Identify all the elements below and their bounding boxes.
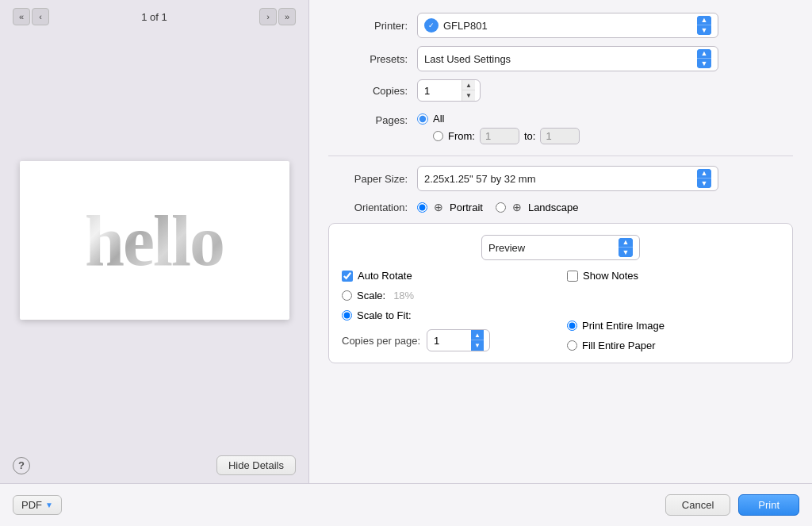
preview-stepper-up[interactable]: ▲ [619,238,633,248]
footer-right: Cancel Print [665,494,799,516]
hide-details-button[interactable]: Hide Details [216,455,296,475]
paper-size-label: Paper Size: [328,173,408,185]
first-page-button[interactable]: « [13,8,30,25]
left-bottom: ? Hide Details [0,447,308,483]
orientation-section: ⊕ Portrait ⊕ Landscape [417,199,579,215]
scale-to-fit-label[interactable]: Scale to Fit: [357,309,412,321]
printer-select-box: ✓ GFLP801 ▲ ▼ [417,13,718,38]
next-page-button[interactable]: › [259,8,277,25]
copies-label: Copies: [328,85,408,97]
print-entire-label[interactable]: Print Entire Image [582,320,665,332]
preview-stepper[interactable]: ▲ ▼ [619,238,633,257]
portrait-icon: ⊕ [431,199,446,215]
pages-from-input[interactable] [480,128,519,144]
paper-size-stepper[interactable]: ▲ ▼ [697,169,711,188]
paper-size-select-box: 2.25x1.25" 57 by 32 mm ▲ ▼ [417,166,718,191]
copies-per-page-row: Copies per page: ▲ ▼ [342,329,554,351]
orientation-row: Orientation: ⊕ Portrait ⊕ Landscape [328,199,793,215]
preview-section: Preview ▲ ▼ Auto Rotate Sca [328,223,793,363]
copies-stepper-up[interactable]: ▲ [462,80,475,90]
portrait-radio[interactable] [417,202,427,213]
pages-all-radio[interactable] [417,113,428,125]
landscape-radio[interactable] [496,202,506,213]
cpp-stepper-down[interactable]: ▼ [471,340,484,351]
scale-to-fit-radio[interactable] [342,310,352,321]
print-entire-radio[interactable] [567,321,577,331]
show-notes-label[interactable]: Show Notes [583,270,638,282]
presets-stepper[interactable]: ▲ ▼ [697,49,711,68]
printer-icon: ✓ [424,18,439,33]
auto-rotate-checkbox[interactable] [342,271,353,282]
paper-size-stepper-down[interactable]: ▼ [697,179,711,188]
preview-left: Auto Rotate Scale: 18% Scale to Fit: Cop… [342,270,554,351]
preview-dropdown-select[interactable]: Preview [488,242,615,254]
preview-inner-grid: Auto Rotate Scale: 18% Scale to Fit: Cop… [342,270,779,351]
left-panel: « ‹ 1 of 1 › » hello ? Hide Details [0,0,309,483]
paper-size-stepper-up[interactable]: ▲ [697,169,711,179]
preview-stepper-down[interactable]: ▼ [619,248,633,257]
copies-control: ▲ ▼ [417,79,793,102]
printer-select[interactable]: GFLP801 [443,20,694,32]
landscape-option[interactable]: ⊕ Landscape [496,199,579,215]
cpp-stepper-up[interactable]: ▲ [471,330,484,340]
pages-from-row: From: to: [433,128,580,144]
presets-row: Presets: Last Used Settings ▲ ▼ [328,46,793,71]
help-button[interactable]: ? [13,457,30,474]
page-indicator: 1 of 1 [141,11,167,23]
copies-per-page-input[interactable] [427,332,471,349]
cancel-button[interactable]: Cancel [665,494,730,516]
pdf-button[interactable]: PDF ▼ [13,495,62,515]
scale-label[interactable]: Scale: [357,290,385,301]
pages-control: All From: to: [417,113,793,144]
landscape-icon: ⊕ [509,199,525,215]
presets-stepper-down[interactable]: ▼ [697,59,711,68]
nav-buttons-right: › » [259,8,296,25]
printer-stepper[interactable]: ▲ ▼ [697,16,711,35]
scale-row: Scale: 18% [342,290,554,301]
scale-radio[interactable] [342,290,352,301]
pages-all-label[interactable]: All [433,113,444,125]
portrait-label[interactable]: Portrait [450,202,483,213]
prev-page-button[interactable]: ‹ [32,8,49,25]
landscape-label[interactable]: Landscape [528,202,579,213]
pages-from-label[interactable]: From: [448,130,475,142]
pages-to-label: to: [524,130,535,142]
copies-row: Copies: ▲ ▼ [328,79,793,102]
pages-to-input[interactable] [540,128,580,144]
nav-buttons: « ‹ [13,8,49,25]
paper-size-select[interactable]: 2.25x1.25" 57 by 32 mm [424,173,694,185]
printer-label: Printer: [328,20,408,32]
footer: PDF ▼ Cancel Print [0,483,812,526]
copies-per-page-input-wrap: ▲ ▼ [427,329,490,351]
presets-select[interactable]: Last Used Settings [424,53,694,65]
show-notes-row: Show Notes [567,270,779,282]
printer-row: Printer: ✓ GFLP801 ▲ ▼ [328,13,793,38]
pdf-label: PDF [21,499,42,511]
portrait-option[interactable]: ⊕ Portrait [417,199,483,215]
orientation-label: Orientation: [328,202,408,213]
presets-control: Last Used Settings ▲ ▼ [417,46,793,71]
paper-size-row: Paper Size: 2.25x1.25" 57 by 32 mm ▲ ▼ [328,166,793,191]
pdf-chevron-icon: ▼ [45,501,53,509]
printer-stepper-down[interactable]: ▼ [697,25,711,35]
copies-input[interactable] [418,83,462,99]
scale-to-fit-row: Scale to Fit: [342,309,554,321]
right-panel: Printer: ✓ GFLP801 ▲ ▼ Presets: [309,0,812,483]
last-page-button[interactable]: » [278,8,296,25]
presets-stepper-up[interactable]: ▲ [697,49,711,59]
copies-stepper: ▲ ▼ [462,80,475,101]
preview-area: hello [0,33,308,447]
copies-stepper-down[interactable]: ▼ [462,90,475,101]
fill-entire-radio[interactable] [567,340,577,351]
copies-per-page-label: Copies per page: [342,335,420,347]
pages-section: All From: to: [417,113,580,144]
print-entire-image-row: Print Entire Image [567,320,779,332]
preview-header: Preview ▲ ▼ [342,235,779,260]
pages-from-radio[interactable] [433,131,443,141]
print-button[interactable]: Print [738,494,799,516]
fill-entire-paper-row: Fill Entire Paper [567,340,779,351]
show-notes-checkbox[interactable] [567,271,578,282]
fill-entire-label[interactable]: Fill Entire Paper [582,340,655,351]
auto-rotate-label[interactable]: Auto Rotate [358,270,412,282]
printer-stepper-up[interactable]: ▲ [697,16,711,25]
